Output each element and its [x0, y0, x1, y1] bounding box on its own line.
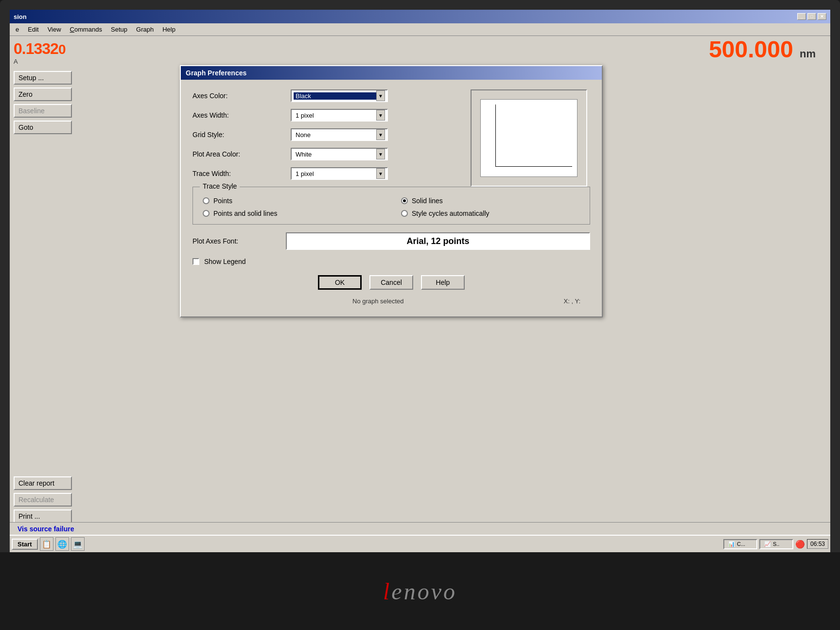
- status-bar: Vis source failure: [10, 522, 830, 535]
- font-label: Plot Axes Font:: [192, 237, 280, 245]
- show-legend-checkbox[interactable]: [192, 258, 199, 265]
- grid-style-arrow[interactable]: ▼: [376, 129, 385, 140]
- taskbar-icon-1[interactable]: 📋: [40, 537, 53, 551]
- preview-vline: [495, 105, 496, 167]
- preview-inner: [480, 99, 578, 177]
- plot-area-color-select[interactable]: White ▼: [291, 148, 388, 160]
- grid-style-value: None: [294, 131, 376, 139]
- recalculate-button[interactable]: Recalculate: [14, 493, 72, 507]
- grid-style-select[interactable]: None ▼: [291, 128, 388, 141]
- trace-width-select[interactable]: 1 pixel ▼: [291, 167, 388, 180]
- plot-area-color-label: Plot Area Color:: [192, 150, 285, 158]
- sidebar: 0.13320 A Setup ... Zero Baseline Goto C…: [10, 36, 92, 528]
- status-message: Vis source failure: [18, 525, 74, 533]
- font-display[interactable]: Arial, 12 points: [286, 232, 590, 250]
- taskbar-app-1[interactable]: 📊 C...: [723, 539, 757, 549]
- menu-view[interactable]: View: [44, 25, 65, 34]
- radio-style-cycles[interactable]: Style cycles automatically: [401, 210, 580, 217]
- radio-style-cycles-button[interactable]: [401, 210, 408, 217]
- taskbar-right: 📊 C... 📈 S.. 🔴 06:53: [723, 539, 828, 549]
- axes-width-select[interactable]: 1 pixel ▼: [291, 109, 388, 122]
- radio-points-button[interactable]: [203, 197, 210, 204]
- coords-text: X: , Y:: [564, 298, 580, 305]
- menu-help[interactable]: Help: [158, 25, 179, 34]
- axes-width-label: Axes Width:: [192, 111, 285, 119]
- system-tray-icon: 🔴: [795, 540, 805, 549]
- menu-bar: e Edit View Commands Setup Graph Help: [10, 23, 830, 36]
- radio-points-solid[interactable]: Points and solid lines: [203, 210, 382, 217]
- dialog-overlay: Graph Preferences: [92, 36, 830, 504]
- app-window: sion _ □ ✕ e Edit View Commands Setup Gr…: [10, 10, 830, 552]
- help-button[interactable]: Help: [421, 275, 465, 290]
- goto-button[interactable]: Goto: [14, 121, 72, 134]
- no-graph-text: No graph selected: [352, 298, 404, 305]
- taskbar-icon-3[interactable]: 💻: [71, 537, 85, 551]
- dialog-status: No graph selected X: , Y:: [192, 298, 590, 307]
- app-title: sion: [14, 13, 27, 20]
- trace-width-arrow[interactable]: ▼: [376, 168, 385, 179]
- taskbar-icon-2[interactable]: 🌐: [55, 537, 69, 551]
- menu-setup[interactable]: Setup: [107, 25, 131, 34]
- axes-color-label: Axes Color:: [192, 92, 285, 100]
- taskbar-app-label-2: S..: [773, 541, 779, 547]
- main-content: 0.13320 A Setup ... Zero Baseline Goto C…: [10, 36, 830, 528]
- sidebar-label: A: [14, 58, 88, 65]
- taskbar-time: 06:53: [807, 539, 828, 549]
- menu-commands[interactable]: Commands: [66, 25, 106, 34]
- sidebar-value: 0.1332: [14, 40, 58, 57]
- radio-points-solid-button[interactable]: [203, 210, 210, 217]
- monitor-bottom: lenovo: [0, 552, 840, 630]
- axes-width-arrow[interactable]: ▼: [376, 110, 385, 121]
- taskbar: Start 📋 🌐 💻 📊 C... 📈 S.. 🔴 06:53: [10, 535, 830, 552]
- taskbar-app-icon-1: 📊: [728, 541, 735, 547]
- radio-points-solid-label: Points and solid lines: [213, 210, 278, 217]
- menu-graph[interactable]: Graph: [132, 25, 158, 34]
- taskbar-app-icon-2: 📈: [764, 541, 771, 547]
- monitor-brand: lenovo: [383, 578, 457, 605]
- font-row: Plot Axes Font: Arial, 12 points: [192, 232, 590, 250]
- axes-color-select[interactable]: Black ▼: [291, 89, 388, 102]
- baseline-button[interactable]: Baseline: [14, 104, 72, 118]
- radio-solid-lines[interactable]: Solid lines: [401, 197, 580, 205]
- cancel-button[interactable]: Cancel: [369, 275, 413, 290]
- taskbar-system-tray: 🔴 06:53: [795, 539, 828, 549]
- radio-solid-lines-button[interactable]: [401, 197, 408, 204]
- taskbar-app-label-1: C...: [737, 541, 745, 547]
- setup-button[interactable]: Setup ...: [14, 71, 72, 85]
- axes-color-arrow[interactable]: ▼: [376, 90, 385, 101]
- radio-points-label: Points: [213, 197, 232, 205]
- trace-style-legend: Trace Style: [200, 182, 240, 190]
- trace-style-group: Trace Style Points Solid lin: [192, 187, 590, 225]
- axes-width-value: 1 pixel: [294, 112, 376, 119]
- taskbar-app-2[interactable]: 📈 S..: [759, 539, 793, 549]
- graph-preferences-dialog: Graph Preferences: [180, 65, 603, 317]
- dialog-title-text: Graph Preferences: [186, 69, 246, 77]
- zero-button[interactable]: Zero: [14, 88, 72, 101]
- radio-points[interactable]: Points: [203, 197, 382, 205]
- title-bar-buttons: _ □ ✕: [797, 13, 826, 20]
- minimize-button[interactable]: _: [797, 13, 806, 20]
- show-legend-label: Show Legend: [204, 258, 246, 265]
- font-value: Arial, 12 points: [406, 236, 469, 246]
- print-button[interactable]: Print ...: [14, 509, 72, 523]
- menu-e[interactable]: e: [12, 25, 23, 34]
- menu-edit[interactable]: Edit: [24, 25, 42, 34]
- start-button[interactable]: Start: [12, 539, 38, 550]
- preview-hline: [495, 166, 572, 167]
- screen: sion _ □ ✕ e Edit View Commands Setup Gr…: [10, 10, 830, 552]
- trace-options: Points Solid lines Points: [203, 197, 580, 217]
- close-button[interactable]: ✕: [818, 13, 826, 20]
- maximize-button[interactable]: □: [807, 13, 816, 20]
- clear-report-button[interactable]: Clear report: [14, 476, 72, 490]
- axes-color-value: Black: [294, 92, 376, 100]
- monitor-bezel: sion _ □ ✕ e Edit View Commands Setup Gr…: [0, 0, 840, 630]
- ok-button[interactable]: OK: [318, 275, 362, 290]
- trace-width-value: 1 pixel: [294, 170, 376, 177]
- show-legend-row: Show Legend: [192, 258, 590, 265]
- right-area: 500.000 nm Graph Preferences: [92, 36, 830, 528]
- title-bar: sion _ □ ✕: [10, 10, 830, 23]
- dialog-title-bar: Graph Preferences: [181, 66, 602, 80]
- dialog-body: Axes Color: Black ▼ Axes Width:: [181, 80, 602, 316]
- preview-box: [471, 89, 587, 187]
- plot-area-color-arrow[interactable]: ▼: [376, 149, 385, 159]
